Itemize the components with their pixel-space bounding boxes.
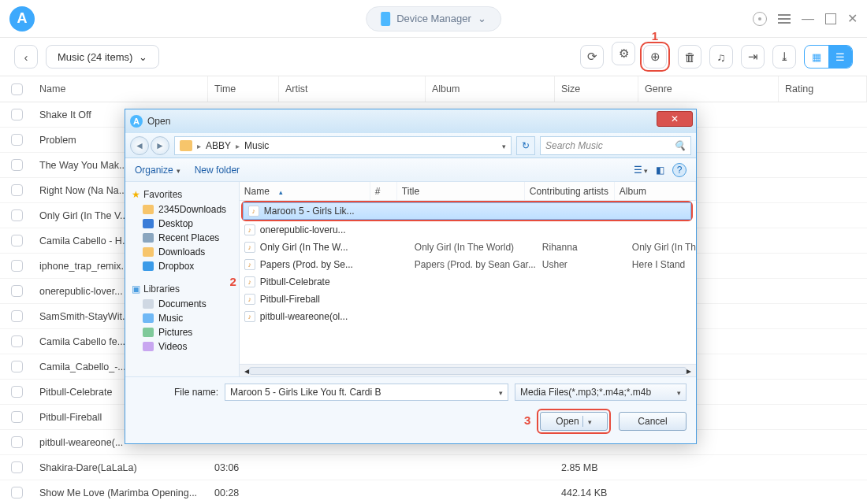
breadcrumb[interactable]: Music (24 items) ⌄	[46, 45, 159, 69]
file-row[interactable]: ♪ Only Girl (In The W... Only Girl (In T…	[240, 239, 696, 256]
sidebar-item-desktop[interactable]: Desktop	[128, 217, 236, 231]
sidebar-item-music[interactable]: Music	[128, 311, 236, 325]
filename-dropdown-icon[interactable]	[499, 387, 503, 398]
row-checkbox[interactable]	[11, 184, 23, 196]
path-bar[interactable]: ABBY Music	[174, 136, 512, 155]
file-row[interactable]: ♪ Papers (Prod. by Se... Papers (Prod. b…	[240, 256, 696, 273]
cell-time: 00:28	[208, 487, 279, 498]
col-artist[interactable]: Artist	[279, 76, 426, 102]
file-row[interactable]: ♪ Maroon 5 - Girls Lik...	[243, 202, 691, 220]
settings-button[interactable]: ⚙	[612, 42, 635, 65]
sidebar-item-recent[interactable]: Recent Places	[128, 231, 236, 245]
fh-album[interactable]: Album	[615, 182, 696, 200]
nav-refresh-button[interactable]: ↻	[516, 136, 535, 155]
help-button[interactable]: ?	[672, 163, 687, 177]
search-input[interactable]: Search Music 🔍	[540, 136, 691, 155]
row-checkbox[interactable]	[11, 134, 23, 146]
row-checkbox[interactable]	[11, 487, 23, 498]
row-checkbox[interactable]	[11, 235, 23, 246]
cell-time: 03:06	[208, 462, 279, 473]
row-checkbox[interactable]	[11, 335, 23, 347]
file-row[interactable]: ♪ onerepublic-loveru...	[240, 221, 696, 239]
music-file-icon: ♪	[244, 294, 255, 305]
row-checkbox[interactable]	[11, 461, 23, 473]
add-button[interactable]: ⊕	[643, 45, 667, 69]
filetype-select[interactable]: Media Files(*.mp3;*.m4a;*.m4b	[515, 384, 687, 401]
file-row[interactable]: ♪ pitbull-weareone(ol...	[240, 308, 696, 325]
row-checkbox[interactable]	[11, 310, 23, 322]
row-checkbox[interactable]	[11, 159, 23, 171]
select-all-checkbox[interactable]	[11, 83, 23, 95]
close-button[interactable]	[847, 11, 858, 26]
sidebar-item-2345downloads[interactable]: 2345Downloads	[128, 202, 236, 217]
open-dialog: A Open ✕ ◄ ► ABBY Music ↻ Search Music 🔍…	[125, 109, 697, 444]
dialog-sidebar: ★Favorites 2345Downloads Desktop Recent …	[125, 182, 240, 376]
sidebar-libraries-head[interactable]: ▣Libraries	[128, 281, 236, 297]
cell-name: Shakira-Dare(LaLaLa)	[33, 462, 208, 473]
table-row[interactable]: Shakira-Dare(LaLaLa) 03:06 2.85 MB	[0, 455, 867, 480]
back-button[interactable]: ‹	[14, 45, 38, 69]
row-checkbox[interactable]	[11, 436, 23, 448]
fh-num[interactable]: #	[370, 182, 397, 200]
fh-title[interactable]: Title	[397, 182, 525, 200]
dialog-file-list: Name # Title Contributing artists Album …	[240, 182, 696, 376]
sidebar-item-downloads[interactable]: Downloads	[128, 245, 236, 259]
h-scrollbar[interactable]: ◂▸	[240, 364, 696, 376]
open-button[interactable]: Open	[540, 412, 608, 431]
row-checkbox[interactable]	[11, 109, 23, 120]
delete-button[interactable]: 🗑	[678, 45, 701, 69]
sidebar-item-pictures[interactable]: Pictures	[128, 325, 236, 339]
row-checkbox[interactable]	[11, 209, 23, 221]
file-row[interactable]: ♪ Pitbull-Celebrate	[240, 273, 696, 291]
sidebar-item-videos[interactable]: Videos	[128, 339, 236, 354]
sidebar-favorites-head[interactable]: ★Favorites	[128, 187, 236, 202]
export-button[interactable]: ⤓	[772, 45, 796, 69]
nav-back-button[interactable]: ◄	[130, 136, 149, 155]
new-folder-button[interactable]: New folder	[195, 165, 240, 176]
sidebar-item-dropbox[interactable]: Dropbox	[128, 259, 236, 273]
to-itunes-button[interactable]: ♫	[709, 45, 733, 69]
chevron-down-icon: ⌄	[139, 51, 147, 63]
row-checkbox[interactable]	[11, 361, 23, 372]
device-label: Device Manager	[396, 13, 471, 24]
col-size[interactable]: Size	[555, 76, 638, 102]
refresh-button[interactable]: ⟳	[580, 45, 604, 69]
nav-forward-button[interactable]: ►	[151, 136, 169, 155]
fh-name[interactable]: Name	[240, 182, 370, 200]
target-icon[interactable]	[753, 12, 767, 26]
file-name: pitbull-weareone(ol...	[260, 311, 383, 322]
row-checkbox[interactable]	[11, 411, 23, 423]
library-icon: ▣	[132, 284, 140, 295]
col-genre[interactable]: Genre	[638, 76, 779, 102]
menu-icon[interactable]	[778, 14, 791, 24]
maximize-button[interactable]	[825, 13, 836, 24]
path-dropdown-icon[interactable]	[502, 140, 506, 151]
cancel-button[interactable]: Cancel	[619, 412, 687, 431]
table-row[interactable]: Show Me Love (Marimba Opening... 00:28 4…	[0, 480, 867, 504]
device-dropdown[interactable]: Device Manager ⌄	[366, 6, 501, 32]
dialog-toolbar: Organize New folder ☰ ◧ ?	[125, 158, 696, 182]
filetype-dropdown-icon	[677, 387, 681, 398]
path-crumb-root[interactable]: ABBY	[206, 140, 231, 151]
preview-pane-button[interactable]: ◧	[656, 165, 664, 176]
row-checkbox[interactable]	[11, 285, 23, 297]
fh-artist[interactable]: Contributing artists	[525, 182, 615, 200]
path-crumb-folder[interactable]: Music	[244, 140, 269, 151]
to-device-button[interactable]: ⇥	[741, 45, 765, 69]
row-checkbox[interactable]	[11, 260, 23, 272]
sidebar-item-documents[interactable]: Documents	[128, 297, 236, 311]
grid-view-button[interactable]: ▦	[805, 46, 828, 68]
row-checkbox[interactable]	[11, 386, 23, 398]
minimize-button[interactable]: —	[802, 12, 814, 26]
filename-input[interactable]: Maroon 5 - Girls Like You ft. Cardi B	[225, 384, 508, 401]
col-time[interactable]: Time	[208, 76, 279, 102]
list-view-button[interactable]: ☰	[828, 46, 852, 68]
col-album[interactable]: Album	[426, 76, 555, 102]
file-row[interactable]: ♪ Pitbull-Fireball	[240, 291, 696, 308]
dialog-close-button[interactable]: ✕	[657, 111, 693, 127]
col-name[interactable]: Name	[33, 76, 208, 102]
col-rating[interactable]: Rating	[779, 76, 867, 102]
view-options-button[interactable]: ☰	[634, 165, 648, 176]
file-title: Only Girl (In The World)	[410, 242, 538, 253]
organize-button[interactable]: Organize	[135, 165, 180, 176]
